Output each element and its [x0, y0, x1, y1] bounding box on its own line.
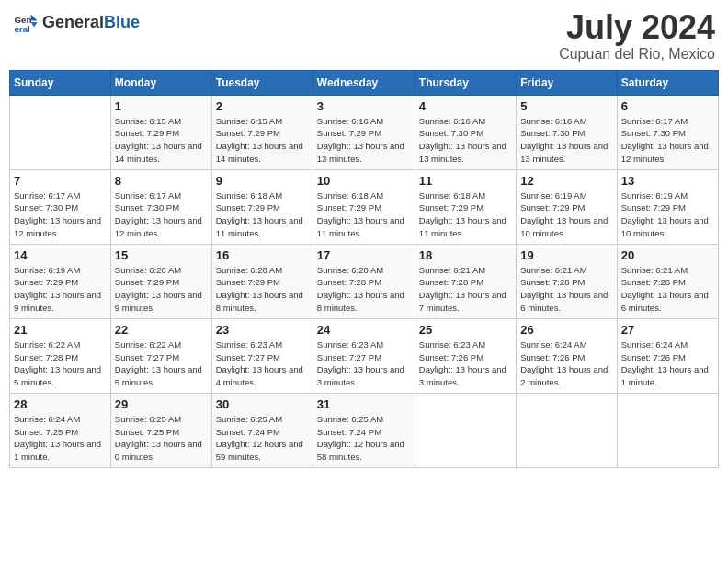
- calendar-day-cell: 20Sunrise: 6:21 AMSunset: 7:28 PMDayligh…: [617, 244, 718, 318]
- calendar-day-cell: 25Sunrise: 6:23 AMSunset: 7:26 PMDayligh…: [415, 318, 516, 393]
- day-number: 9: [216, 174, 309, 188]
- day-info: Sunrise: 6:25 AMSunset: 7:25 PMDaylight:…: [115, 413, 208, 464]
- day-of-week-header: Wednesday: [313, 70, 415, 95]
- day-info: Sunrise: 6:15 AMSunset: 7:29 PMDaylight:…: [115, 115, 208, 166]
- title-area: July 2024 Cupuan del Rio, Mexico: [559, 9, 715, 63]
- day-number: 10: [317, 174, 411, 188]
- day-number: 22: [115, 323, 208, 337]
- page-header: Gen eral GeneralBlue July 2024 Cupuan de…: [9, 9, 719, 63]
- calendar-day-cell: 22Sunrise: 6:22 AMSunset: 7:27 PMDayligh…: [110, 318, 211, 393]
- day-info: Sunrise: 6:17 AMSunset: 7:30 PMDaylight:…: [621, 115, 714, 166]
- calendar-day-cell: 16Sunrise: 6:20 AMSunset: 7:29 PMDayligh…: [211, 244, 313, 318]
- day-number: 2: [216, 99, 309, 113]
- day-number: 24: [317, 323, 411, 337]
- day-number: 18: [419, 248, 512, 262]
- day-info: Sunrise: 6:16 AMSunset: 7:30 PMDaylight:…: [520, 115, 612, 166]
- svg-text:eral: eral: [14, 24, 30, 34]
- day-info: Sunrise: 6:19 AMSunset: 7:29 PMDaylight:…: [14, 264, 107, 315]
- calendar-week-row: 28Sunrise: 6:24 AMSunset: 7:25 PMDayligh…: [10, 393, 719, 467]
- day-of-week-header: Tuesday: [211, 70, 313, 95]
- calendar-day-cell: 9Sunrise: 6:18 AMSunset: 7:29 PMDaylight…: [211, 169, 313, 244]
- day-number: 21: [14, 323, 107, 337]
- calendar-day-cell: [617, 393, 718, 467]
- day-info: Sunrise: 6:22 AMSunset: 7:28 PMDaylight:…: [14, 339, 107, 389]
- day-of-week-header: Thursday: [415, 70, 516, 95]
- day-info: Sunrise: 6:23 AMSunset: 7:26 PMDaylight:…: [419, 339, 512, 389]
- day-number: 12: [520, 174, 612, 188]
- calendar-day-cell: 23Sunrise: 6:23 AMSunset: 7:27 PMDayligh…: [211, 318, 313, 393]
- day-info: Sunrise: 6:21 AMSunset: 7:28 PMDaylight:…: [419, 264, 512, 315]
- day-info: Sunrise: 6:21 AMSunset: 7:28 PMDaylight:…: [520, 264, 612, 315]
- day-info: Sunrise: 6:17 AMSunset: 7:30 PMDaylight:…: [115, 190, 208, 240]
- svg-marker-2: [31, 15, 38, 21]
- day-number: 4: [419, 99, 512, 113]
- calendar-day-cell: 30Sunrise: 6:25 AMSunset: 7:24 PMDayligh…: [211, 393, 313, 467]
- svg-marker-3: [31, 22, 38, 28]
- day-info: Sunrise: 6:24 AMSunset: 7:26 PMDaylight:…: [520, 339, 612, 389]
- logo-icon: Gen eral: [13, 9, 39, 35]
- day-number: 7: [14, 174, 107, 188]
- location: Cupuan del Rio, Mexico: [559, 46, 715, 63]
- calendar-day-cell: 10Sunrise: 6:18 AMSunset: 7:29 PMDayligh…: [313, 169, 415, 244]
- day-info: Sunrise: 6:25 AMSunset: 7:24 PMDaylight:…: [317, 413, 411, 464]
- day-info: Sunrise: 6:21 AMSunset: 7:28 PMDaylight:…: [621, 264, 714, 315]
- day-info: Sunrise: 6:22 AMSunset: 7:27 PMDaylight:…: [115, 339, 208, 389]
- day-of-week-header: Saturday: [617, 70, 718, 95]
- calendar-day-cell: 7Sunrise: 6:17 AMSunset: 7:30 PMDaylight…: [10, 169, 111, 244]
- day-info: Sunrise: 6:23 AMSunset: 7:27 PMDaylight:…: [216, 339, 309, 389]
- calendar-day-cell: [415, 393, 516, 467]
- calendar-day-cell: 18Sunrise: 6:21 AMSunset: 7:28 PMDayligh…: [415, 244, 516, 318]
- calendar-header-row: SundayMondayTuesdayWednesdayThursdayFrid…: [10, 70, 719, 95]
- day-info: Sunrise: 6:15 AMSunset: 7:29 PMDaylight:…: [216, 115, 309, 166]
- day-of-week-header: Monday: [110, 70, 211, 95]
- calendar-day-cell: 11Sunrise: 6:18 AMSunset: 7:29 PMDayligh…: [415, 169, 516, 244]
- day-info: Sunrise: 6:16 AMSunset: 7:29 PMDaylight:…: [317, 115, 411, 166]
- calendar-day-cell: 8Sunrise: 6:17 AMSunset: 7:30 PMDaylight…: [110, 169, 211, 244]
- day-number: 30: [216, 397, 309, 411]
- day-info: Sunrise: 6:20 AMSunset: 7:29 PMDaylight:…: [216, 264, 309, 315]
- calendar-day-cell: 21Sunrise: 6:22 AMSunset: 7:28 PMDayligh…: [10, 318, 111, 393]
- day-number: 3: [317, 99, 411, 113]
- calendar-day-cell: 5Sunrise: 6:16 AMSunset: 7:30 PMDaylight…: [517, 95, 617, 169]
- calendar-day-cell: 24Sunrise: 6:23 AMSunset: 7:27 PMDayligh…: [313, 318, 415, 393]
- day-number: 25: [419, 323, 512, 337]
- calendar-day-cell: 12Sunrise: 6:19 AMSunset: 7:29 PMDayligh…: [517, 169, 617, 244]
- logo-text: GeneralBlue: [42, 13, 140, 32]
- day-number: 5: [520, 99, 612, 113]
- day-number: 19: [520, 248, 612, 262]
- day-number: 8: [115, 174, 208, 188]
- day-of-week-header: Friday: [517, 70, 617, 95]
- calendar-day-cell: 31Sunrise: 6:25 AMSunset: 7:24 PMDayligh…: [313, 393, 415, 467]
- day-number: 20: [621, 248, 714, 262]
- day-number: 28: [14, 397, 107, 411]
- calendar-day-cell: 4Sunrise: 6:16 AMSunset: 7:30 PMDaylight…: [415, 95, 516, 169]
- calendar-week-row: 21Sunrise: 6:22 AMSunset: 7:28 PMDayligh…: [10, 318, 719, 393]
- day-number: 14: [14, 248, 107, 262]
- day-info: Sunrise: 6:17 AMSunset: 7:30 PMDaylight:…: [14, 190, 107, 240]
- day-number: 23: [216, 323, 309, 337]
- calendar-day-cell: 13Sunrise: 6:19 AMSunset: 7:29 PMDayligh…: [617, 169, 718, 244]
- calendar-day-cell: 6Sunrise: 6:17 AMSunset: 7:30 PMDaylight…: [617, 95, 718, 169]
- calendar-day-cell: 28Sunrise: 6:24 AMSunset: 7:25 PMDayligh…: [10, 393, 111, 467]
- day-number: 27: [621, 323, 714, 337]
- day-number: 31: [317, 397, 411, 411]
- calendar-day-cell: 29Sunrise: 6:25 AMSunset: 7:25 PMDayligh…: [110, 393, 211, 467]
- day-number: 11: [419, 174, 512, 188]
- day-info: Sunrise: 6:25 AMSunset: 7:24 PMDaylight:…: [216, 413, 309, 464]
- day-info: Sunrise: 6:24 AMSunset: 7:25 PMDaylight:…: [14, 413, 107, 464]
- day-info: Sunrise: 6:23 AMSunset: 7:27 PMDaylight:…: [317, 339, 411, 389]
- calendar-day-cell: 15Sunrise: 6:20 AMSunset: 7:29 PMDayligh…: [110, 244, 211, 318]
- day-number: 1: [115, 99, 208, 113]
- calendar-day-cell: [517, 393, 617, 467]
- day-info: Sunrise: 6:19 AMSunset: 7:29 PMDaylight:…: [520, 190, 612, 240]
- day-info: Sunrise: 6:18 AMSunset: 7:29 PMDaylight:…: [317, 190, 411, 240]
- day-number: 17: [317, 248, 411, 262]
- day-of-week-header: Sunday: [10, 70, 111, 95]
- calendar-day-cell: 1Sunrise: 6:15 AMSunset: 7:29 PMDaylight…: [110, 95, 211, 169]
- calendar-day-cell: 14Sunrise: 6:19 AMSunset: 7:29 PMDayligh…: [10, 244, 111, 318]
- day-number: 15: [115, 248, 208, 262]
- calendar-day-cell: 2Sunrise: 6:15 AMSunset: 7:29 PMDaylight…: [211, 95, 313, 169]
- day-info: Sunrise: 6:16 AMSunset: 7:30 PMDaylight:…: [419, 115, 512, 166]
- calendar-week-row: 1Sunrise: 6:15 AMSunset: 7:29 PMDaylight…: [10, 95, 719, 169]
- day-info: Sunrise: 6:24 AMSunset: 7:26 PMDaylight:…: [621, 339, 714, 389]
